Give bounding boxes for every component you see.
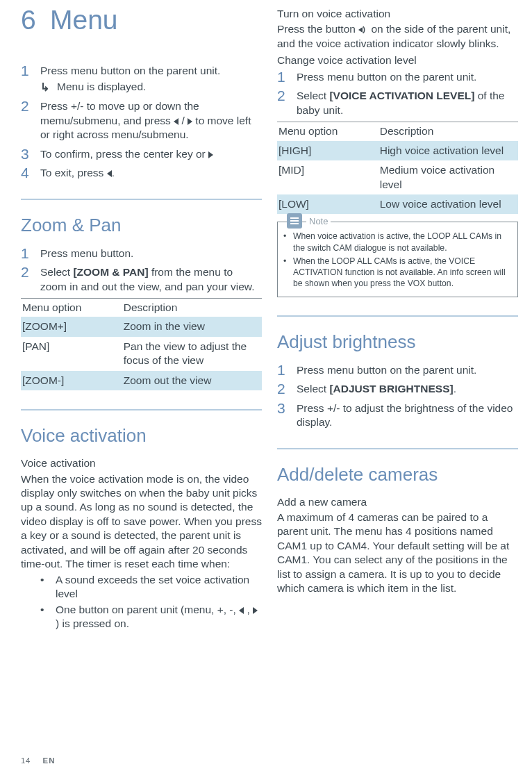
voice-level-table: Menu option Description [HIGH] High voic… (277, 122, 518, 215)
left-triangle-icon (107, 170, 112, 177)
brightness-steps: 1 Press menu button on the parent unit. … (277, 363, 518, 430)
chapter-title: 6Menu (21, 6, 262, 35)
step-number: 3 (277, 401, 297, 430)
cameras-heading: Add/delete cameras (277, 465, 518, 486)
bullet-icon: • (283, 256, 293, 289)
result-arrow-icon: ↳ (40, 80, 57, 94)
option-cell: [ZOOM-] (21, 371, 122, 391)
desc-cell: Pan the view to adjust the focus of the … (122, 337, 262, 371)
note-item: When voice activation is active, the LOO… (293, 231, 512, 253)
section-divider (21, 199, 262, 200)
bullet-icon: • (40, 573, 56, 601)
option-cell: [MID] (277, 160, 379, 194)
right-triangle-icon (188, 118, 192, 125)
option-cell: [HIGH] (277, 141, 379, 160)
step-number: 1 (277, 69, 297, 84)
step-text: Select [ADJUST BRIGHTNESS]. (297, 381, 518, 396)
zoom-steps: 1 Press menu button. 2 Select [ZOOM & PA… (21, 246, 262, 294)
voice-paragraph: When the voice activation mode is on, th… (21, 472, 262, 572)
desc-cell: Zoom in the view (122, 317, 262, 336)
table-header: Menu option (277, 122, 379, 141)
main-steps: 1 Press menu button on the parent unit. … (21, 63, 262, 181)
change-level-subhead: Change voice activation level (277, 53, 518, 67)
left-triangle-icon (239, 607, 244, 614)
add-camera-paragraph: A maximum of 4 cameras can be paired to … (277, 511, 518, 596)
step-number: 2 (277, 88, 297, 117)
note-icon (287, 213, 302, 229)
step-text: Press +/- to move up or down the memu/su… (40, 99, 262, 142)
step-text: To confirm, press the center key or (40, 147, 262, 161)
step-number: 3 (21, 147, 40, 161)
step-number: 2 (277, 381, 297, 396)
step-number: 1 (21, 63, 40, 95)
table-row: [PAN] Pan the view to adjust the focus o… (21, 337, 262, 371)
left-column: 6Menu 1 Press menu button on the parent … (21, 6, 262, 634)
step-text: To exit, press . (40, 165, 262, 180)
table-row: [LOW] Low voice activation level (277, 194, 518, 215)
right-triangle-icon (208, 151, 213, 158)
page-number: 14 (21, 756, 31, 765)
turnon-text: Press the button on the side of the pare… (277, 22, 518, 51)
bullet-text: A sound exceeds the set voice activation… (56, 573, 262, 601)
desc-cell: High voice activation level (379, 141, 518, 160)
page-language: EN (43, 756, 56, 765)
table-row: [ZOOM-] Zoom out the view (21, 371, 262, 391)
chapter-number: 6 (21, 6, 50, 35)
sound-icon (358, 26, 368, 33)
right-column: Turn on voice activation Press the butto… (277, 6, 518, 634)
option-cell: [ZOOM+] (21, 317, 122, 336)
note-label: Note (306, 216, 331, 226)
section-divider (277, 315, 518, 317)
section-divider (277, 448, 518, 449)
option-cell: [PAN] (21, 337, 122, 371)
bullet-icon: • (40, 603, 56, 631)
voice-subhead: Voice activation (21, 456, 262, 470)
table-row: [ZOOM+] Zoom in the view (21, 317, 262, 336)
desc-cell: Zoom out the view (122, 371, 262, 391)
right-triangle-icon (253, 607, 258, 614)
chapter-name: Menu (50, 5, 118, 35)
table-row: [HIGH] High voice activation level (277, 141, 518, 160)
step-text: Press menu button. (40, 247, 133, 259)
step-text: Select [VOICE ACTIVATION LEVEL] of the b… (297, 88, 518, 117)
step-number: 2 (21, 99, 40, 142)
step-text: Select [ZOOM & PAN] from the menu to zoo… (40, 265, 262, 294)
voice-heading: Voice activation (21, 426, 262, 447)
zoom-table: Menu option Description [ZOOM+] Zoom in … (21, 298, 262, 391)
note-item: When the LOOP ALL CAMs is active, the VO… (293, 256, 512, 289)
step-number: 2 (21, 265, 40, 294)
note-box: Note •When voice activation is active, t… (277, 222, 518, 297)
voice-bullets: •A sound exceeds the set voice activatio… (40, 573, 262, 631)
step-text: Press menu button on the parent unit. (297, 364, 476, 376)
brightness-heading: Adjust brightness (277, 332, 518, 353)
bullet-text: One button on parent unit (menu, +, -, ,… (56, 603, 262, 631)
page-footer: 14 EN (21, 756, 55, 765)
option-cell: [LOW] (277, 194, 379, 215)
result-text: Menu is displayed. (57, 80, 146, 94)
desc-cell: Low voice activation level (379, 194, 518, 215)
step-number: 1 (21, 246, 40, 260)
step-text: Press menu button on the parent unit. (297, 71, 476, 83)
add-camera-subhead: Add a new camera (277, 495, 518, 509)
step-text: Press +/- to adjust the brightness of th… (297, 402, 513, 428)
turnon-subhead: Turn on voice activation (277, 7, 518, 21)
step-number: 1 (277, 363, 297, 377)
bullet-icon: • (283, 231, 293, 253)
step-result: ↳ Menu is displayed. (40, 80, 262, 94)
table-header: Menu option (21, 298, 122, 317)
table-row: [MID] Medium voice activation level (277, 160, 518, 194)
step-text: Press menu button on the parent unit. (40, 65, 220, 76)
table-header: Description (379, 122, 518, 141)
desc-cell: Medium voice activation level (379, 160, 518, 194)
table-header: Description (122, 298, 262, 317)
section-divider (21, 409, 262, 410)
zoom-pan-heading: Zoom & Pan (21, 215, 262, 236)
step-number: 4 (21, 165, 40, 180)
change-level-steps: 1 Press menu button on the parent unit. … (277, 69, 518, 117)
